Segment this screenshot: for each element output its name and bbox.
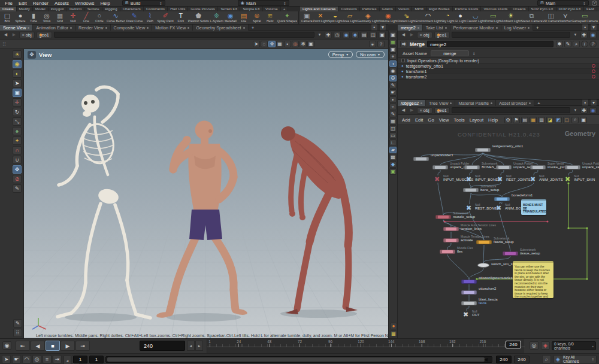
path-chip-obj[interactable]: ≡obj [417, 32, 432, 38]
select-mask-icon[interactable]: ⊘ [13, 175, 22, 183]
palette-icon[interactable]: ▦ [530, 117, 537, 123]
shelf-tool-draw-curve[interactable]: ✎Draw Curve [126, 12, 143, 23]
shelf-tab-viscous-fluids[interactable]: Viscous Fluids [481, 7, 510, 11]
node-bonedeform1[interactable]: bonedeform1 [494, 197, 510, 201]
mirror-icon[interactable]: ◫ [389, 125, 397, 132]
menu-assets[interactable]: Assets [52, 1, 72, 6]
gear-icon[interactable]: ✱ [556, 41, 563, 47]
network-menu-layout[interactable]: Layout [467, 117, 486, 123]
shelf-tool-l-system[interactable]: ❊L-System [210, 12, 223, 23]
shelf-tab-new[interactable]: + [281, 7, 289, 11]
forward-icon[interactable]: ▶ [409, 32, 415, 38]
select-visible-icon[interactable]: ▰ [389, 147, 397, 153]
character-tool-icon[interactable]: ✦ [13, 136, 22, 145]
shelf-tool-helix[interactable]: ≋Helix [264, 12, 276, 23]
sticky-note[interactable]: BONES MUST BE TRIANGULATED [521, 199, 546, 215]
node-fascia-setup[interactable]: Subnetworkfascia_setup [476, 240, 492, 244]
stop-button[interactable]: ■ [46, 341, 60, 351]
pane-split-icon[interactable]: ▪ [582, 99, 589, 106]
menu-help[interactable]: Help [97, 1, 113, 6]
play-backward-button[interactable]: ◀ [31, 341, 45, 351]
move-keys-icon[interactable]: ☛ [12, 355, 21, 363]
node-input-bones[interactable]: ✖NullINPUT_BONES [466, 176, 471, 183]
node-anim-joints[interactable]: ✖NullANIM_JOINTS [530, 176, 536, 183]
frame-step-back-button[interactable]: ◂ [187, 341, 195, 351]
translate-tool-icon[interactable]: ✛ [13, 98, 22, 107]
shelf-tab-particle-fluids[interactable]: Particle Fluids [453, 7, 482, 11]
back-icon[interactable]: ◀ [400, 32, 407, 38]
frame-list-icon[interactable]: ≡ [43, 355, 52, 363]
shelf-tab-oceans[interactable]: Oceans [510, 7, 528, 11]
shelf-tab-characters[interactable]: Characters [120, 7, 144, 11]
shelf-tool-spiral[interactable]: ⊚Spiral [251, 12, 263, 23]
key-icon[interactable]: ◈ [541, 341, 550, 350]
view-tool-icon[interactable]: ✥ [13, 165, 22, 174]
shelf-tool-switcher[interactable]: ⋎Switcher [559, 12, 571, 23]
path-field[interactable] [452, 107, 570, 113]
tools-icon[interactable]: ✎ [564, 41, 571, 47]
layout-icon[interactable]: ◫ [370, 32, 377, 38]
asset-name-value[interactable]: merge [431, 50, 469, 56]
image-icon[interactable]: ◩ [555, 117, 562, 123]
flag-icon[interactable]: ⚑ [513, 117, 520, 123]
measure-icon[interactable]: ∟ [389, 139, 397, 146]
path-chip-geo1[interactable]: ◆geo1 [37, 32, 52, 38]
shelf-tool-vr-camera[interactable]: ◫VR Camera [543, 12, 559, 23]
view-tool-badge-icon[interactable]: ✥ [28, 51, 36, 59]
node-tissue-setup[interactable]: Subnetworktissue_setup [503, 251, 518, 256]
shelf-tool-metaball[interactable]: ◉Metaball [225, 12, 237, 23]
step-icon[interactable]: ⇥ [53, 355, 62, 363]
shelf-tool-stereo-camera[interactable]: ⧉Stereo Camera [521, 12, 543, 23]
node-bone-setup[interactable]: Subnetworkbone_setup [463, 188, 479, 192]
shelf-tool-grid[interactable]: ▦Grid [54, 12, 66, 23]
node-unpackfolder1[interactable]: unpackfolder1 [413, 157, 429, 161]
bookmark-icon[interactable]: ✚ [325, 32, 332, 38]
network-menu-go[interactable]: Go [425, 117, 436, 123]
node-unpack-rest-joints[interactable]: Unpack Folderunpack_rest_joints [496, 165, 512, 169]
path-dropdown-icon[interactable]: ▾ [572, 107, 579, 114]
brush-tool-icon[interactable]: ✎ [13, 184, 22, 193]
node-invoke-joint-anim[interactable]: Super Verbsinvoke_joint_anim [530, 165, 546, 169]
toolbar-options-icon[interactable]: ⠿ [13, 329, 22, 337]
headlight-icon[interactable]: ◉ [389, 68, 397, 74]
world-icon[interactable]: ◉ [589, 107, 597, 114]
character-pick-icon[interactable]: ✪ [389, 75, 397, 81]
shelf-tool-null[interactable]: ✛Null [67, 12, 79, 23]
range-end-field[interactable]: 240 [496, 356, 512, 363]
network-menu-view[interactable]: View [437, 117, 452, 123]
shelf-tool-platonic-solids[interactable]: ⬟Platonic Solids [188, 12, 209, 23]
node-unpack-muscles[interactable]: Unpack Folderunpack_muscles [432, 165, 448, 169]
shelf-tool-volume-light[interactable]: ◉Volume Light [379, 12, 398, 23]
node-anim-bones[interactable]: ✖NullANIM_BONES [496, 205, 501, 211]
toolbar-grip-icon[interactable]: ⠿ [0, 41, 9, 47]
shelf-tool-quick-shapes[interactable]: ✦Quick Shapes [277, 12, 297, 23]
shelf-tab-sop-pyro-fx[interactable]: SOP Pyro FX [529, 7, 556, 11]
shelf-tab-deform[interactable]: Deform [67, 7, 84, 11]
pane-box-icon[interactable]: ▤ [361, 32, 368, 38]
info-icon[interactable]: i [581, 41, 588, 47]
flipbook-icon[interactable]: ✻ [300, 41, 307, 47]
pane-menu-icon[interactable]: ▾ [590, 24, 597, 31]
shelf-tab-vellum[interactable]: Vellum [396, 7, 413, 11]
shelf-tool-curve-bezier[interactable]: ∿Curve Bezier [107, 12, 125, 23]
pane-menu-icon[interactable]: ▾ [590, 99, 597, 106]
goto-start-button[interactable]: ⇤ [16, 341, 30, 351]
maximize-icon[interactable]: ▣ [379, 32, 386, 38]
shelf-tool-portal-light[interactable]: ▭Portal Light [485, 12, 501, 23]
range-step-back-button[interactable]: ◂ [63, 356, 71, 364]
path-chip-obj[interactable]: ≡obj [19, 32, 35, 38]
uv-icon[interactable]: ▦ [389, 118, 397, 125]
path-chip-geo1[interactable]: ◆geo1 [434, 107, 450, 114]
cook-grid-icon[interactable]: ▦ [390, 330, 397, 337]
path-field[interactable] [452, 32, 570, 38]
shelf-tab-rigging[interactable]: Rigging [102, 7, 120, 11]
shelf-tool-caustic-light[interactable]: ◡Caustic Light [467, 12, 485, 23]
list-icon[interactable]: ▤ [521, 117, 528, 123]
keys-info-box[interactable]: 0 keys, 0/0 channels▴ [552, 341, 596, 350]
pane-split-icon[interactable]: ▪ [371, 24, 378, 31]
shelf-tool-tube[interactable]: ▮Tube [28, 12, 40, 23]
path-dropdown-icon[interactable]: ▾ [316, 32, 323, 38]
visibility-icon[interactable]: ◑ [389, 60, 397, 67]
remove-input-icon[interactable] [592, 64, 595, 68]
menu-render[interactable]: Render [30, 1, 52, 6]
